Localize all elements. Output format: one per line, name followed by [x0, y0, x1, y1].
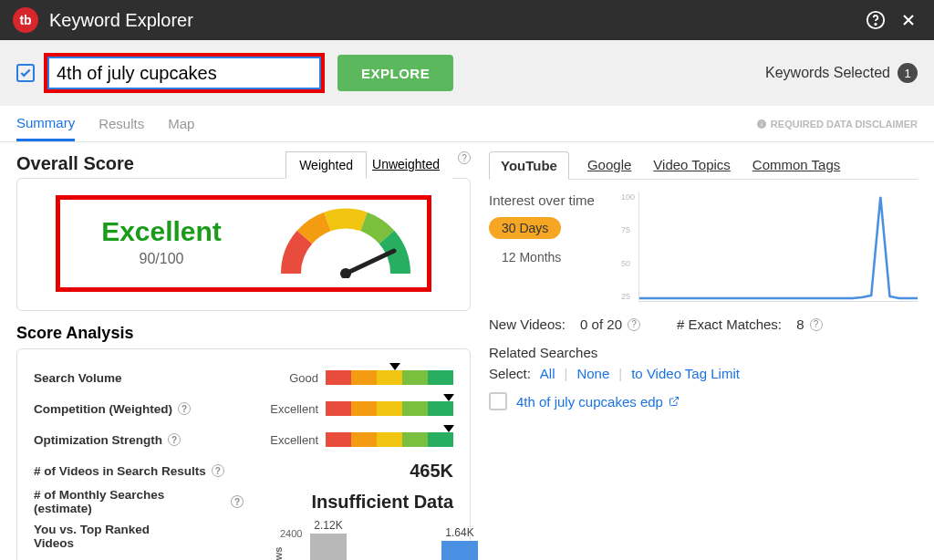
select-none-link[interactable]: None [576, 366, 609, 381]
explore-button[interactable]: EXPLORE [337, 55, 453, 91]
rating-bar-icon [326, 370, 453, 385]
monthly-searches-help-icon[interactable]: ? [231, 495, 244, 508]
data-disclaimer-link[interactable]: REQUIRED DATA DISCLAIMER [756, 119, 918, 130]
interest-sparkline-chart: 100 75 50 25 [638, 192, 918, 302]
app-logo-icon: tb [13, 7, 38, 33]
main-tabs: Summary Results Map REQUIRED DATA DISCLA… [0, 106, 934, 142]
comparison-bar-chart: Views 2400 0 2.12K Avg. 49 [307, 528, 481, 560]
metric-optimization: Optimization Strength? Excellent [34, 424, 453, 455]
help-icon[interactable] [863, 7, 888, 33]
tab-unweighted[interactable]: Unweighted [367, 151, 452, 179]
related-searches: Related Searches Select: All | None | to… [489, 345, 918, 410]
tab-summary[interactable]: Summary [16, 106, 75, 141]
videos-count-help-icon[interactable]: ? [212, 464, 224, 477]
keywords-selected-indicator[interactable]: Keywords Selected 1 [765, 63, 918, 83]
search-input-highlight [44, 53, 325, 93]
tab-map[interactable]: Map [168, 106, 194, 141]
svg-point-1 [875, 24, 876, 25]
source-tabs: YouTube Google Video Topics Common Tags [489, 151, 918, 180]
tab-weighted[interactable]: Weighted [285, 151, 367, 179]
tab-results[interactable]: Results [99, 106, 144, 141]
select-keyword-checkbox[interactable] [16, 64, 35, 82]
search-bar: EXPLORE Keywords Selected 1 [0, 40, 934, 106]
svg-point-4 [761, 120, 762, 121]
external-link-icon [669, 396, 680, 407]
select-all-link[interactable]: All [540, 366, 555, 381]
metric-competition: Competition (Weighted)? Excellent [34, 393, 453, 424]
stat-new-videos: New Videos: 0 of 20 ? [489, 316, 640, 332]
exact-matches-help-icon[interactable]: ? [810, 318, 823, 331]
new-videos-help-icon[interactable]: ? [628, 318, 640, 331]
period-30-days[interactable]: 30 Days [489, 217, 561, 239]
overall-score-title: Overall Score [16, 153, 134, 174]
tab-video-topics[interactable]: Video Topics [649, 151, 734, 179]
rating-bar-icon [326, 432, 453, 447]
score-analysis-card: Search Volume Good Competition (Weighted… [16, 348, 471, 560]
period-12-months[interactable]: 12 Months [489, 246, 626, 268]
interest-over-time-label: Interest over time [489, 192, 626, 208]
tab-youtube[interactable]: YouTube [489, 151, 569, 180]
svg-line-6 [673, 398, 679, 403]
weighting-help-icon[interactable]: ? [458, 151, 471, 164]
optimization-help-icon[interactable]: ? [168, 433, 181, 446]
tab-common-tags[interactable]: Common Tags [749, 151, 844, 179]
metric-videos-in-results: # of Videos in Search Results? 465K [34, 455, 453, 486]
metric-monthly-searches: # of Monthly Searches (estimate)? Insuff… [34, 486, 453, 517]
competition-help-icon[interactable]: ? [178, 402, 191, 415]
related-search-item: 4th of july cupcakes edp [489, 392, 918, 410]
related-select-row: Select: All | None | to Video Tag Limit [489, 366, 918, 381]
stats-row: New Videos: 0 of 20 ? # Exact Matches: 8… [489, 316, 918, 332]
app-title: Keyword Explorer [49, 10, 856, 31]
metric-you-vs-top: You vs. Top Ranked Videos Views 2400 0 2… [34, 523, 453, 560]
score-analysis-title: Score Analysis [16, 324, 471, 343]
rating-bar-icon [326, 401, 453, 416]
bar-avg: 2.12K Avg. [307, 519, 349, 560]
overall-score-value: 90/100 [73, 251, 250, 267]
weighting-tabs: Weighted Unweighted ? [285, 151, 471, 179]
overall-score-card: Excellent 90/100 [16, 178, 471, 311]
keyword-search-input[interactable] [47, 57, 321, 89]
related-searches-title: Related Searches [489, 345, 918, 360]
app-header: tb Keyword Explorer [0, 0, 934, 40]
tab-google[interactable]: Google [584, 151, 635, 179]
overall-rating: Excellent [73, 216, 250, 247]
related-item-link[interactable]: 4th of july cupcakes edp [516, 394, 680, 410]
overall-score-highlight: Excellent 90/100 [56, 195, 431, 292]
metric-search-volume: Search Volume Good [34, 362, 453, 393]
keywords-selected-count: 1 [898, 63, 918, 83]
svg-rect-3 [761, 123, 762, 127]
close-icon[interactable] [896, 7, 921, 33]
select-tag-limit-link[interactable]: to Video Tag Limit [631, 366, 740, 381]
related-item-checkbox[interactable] [489, 392, 507, 410]
interest-time-controls: Interest over time 30 Days 12 Months [489, 192, 626, 302]
stat-exact-matches: # Exact Matches: 8 ? [677, 316, 823, 332]
gauge-icon [277, 205, 414, 278]
bar-you: 1.64K tb [439, 526, 481, 560]
